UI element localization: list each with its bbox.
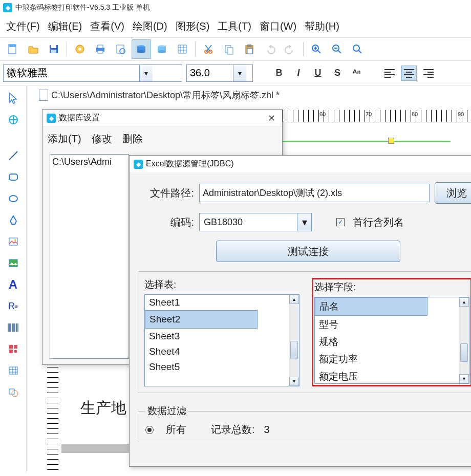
- zoom-out-button[interactable]: [327, 39, 347, 59]
- list-item[interactable]: Sheet3: [145, 329, 299, 344]
- dialog-icon: ◆: [47, 114, 56, 123]
- settings-button[interactable]: [70, 39, 90, 59]
- copy-button[interactable]: [219, 39, 239, 59]
- save-button[interactable]: [44, 39, 63, 59]
- text-effect-button[interactable]: ᴬⁿ: [349, 66, 365, 81]
- dialog-titlebar[interactable]: ◆ 数据库设置 ✕: [42, 110, 282, 127]
- scroll-thumb[interactable]: [460, 343, 468, 362]
- align-center-button[interactable]: [401, 66, 417, 81]
- db-dialog-menu: 添加(T) 修改 删除: [42, 127, 282, 151]
- field-listbox[interactable]: 品名 型号 规格 额定功率 额定电压 ▲ ▼: [314, 297, 469, 384]
- close-button[interactable]: ✕: [265, 113, 278, 124]
- menu-shape[interactable]: 图形(S): [176, 19, 210, 33]
- database-button[interactable]: [132, 39, 151, 59]
- guide-line[interactable]: [272, 141, 451, 142]
- richtext-tool[interactable]: R≡: [3, 296, 24, 316]
- list-item[interactable]: 额定电压: [315, 368, 469, 385]
- dialog-icon: ◆: [134, 160, 143, 169]
- grid-button[interactable]: [173, 39, 192, 59]
- list-item[interactable]: Sheet5: [145, 359, 299, 375]
- scroll-up-icon[interactable]: ▲: [459, 297, 469, 307]
- fontsize-combo[interactable]: ▾: [186, 64, 253, 82]
- table-listbox[interactable]: Sheet1 Sheet2 Sheet3 Sheet4 Sheet5 ▲ ▼: [144, 294, 299, 386]
- bold-button[interactable]: B: [271, 66, 287, 81]
- dropdown-arrow-icon[interactable]: ▾: [139, 65, 153, 81]
- roundrect-tool[interactable]: [3, 167, 24, 187]
- image-fill-tool[interactable]: [3, 253, 24, 273]
- scrollbar[interactable]: ▲ ▼: [289, 295, 299, 386]
- menu-tool[interactable]: 工具(T): [218, 19, 251, 33]
- svg-rect-1: [9, 45, 16, 47]
- table-tool[interactable]: [3, 361, 24, 380]
- encoding-select[interactable]: GB18030 ▾: [199, 213, 312, 231]
- barcode-tool[interactable]: [3, 318, 24, 337]
- menu-draw[interactable]: 绘图(D): [133, 19, 167, 33]
- list-item[interactable]: C:\Users\Admi: [52, 157, 126, 167]
- guide-handle[interactable]: [388, 138, 394, 144]
- pan-tool[interactable]: [3, 110, 24, 129]
- open-button[interactable]: [24, 39, 43, 59]
- zoom-in-button[interactable]: [307, 39, 326, 59]
- ellipse-tool[interactable]: [3, 189, 24, 208]
- list-item[interactable]: Sheet1: [145, 295, 299, 310]
- db-connection-list[interactable]: C:\Users\Admi: [50, 154, 129, 359]
- print-button[interactable]: [91, 39, 110, 59]
- undo-button[interactable]: [260, 39, 280, 59]
- menu-file[interactable]: 文件(F): [6, 19, 40, 33]
- filter-all-radio[interactable]: [145, 426, 154, 434]
- list-item[interactable]: Sheet2: [145, 310, 258, 329]
- redo-button[interactable]: [281, 39, 300, 59]
- font-input[interactable]: [4, 65, 139, 81]
- paste-button[interactable]: [240, 39, 259, 59]
- dropdown-arrow-icon[interactable]: ▾: [297, 213, 311, 231]
- file-path-value: Administrator\Desktop\测试 (2).xls: [203, 187, 342, 199]
- db-modify-menu[interactable]: 修改: [92, 132, 112, 146]
- first-row-checkbox[interactable]: ✓: [336, 218, 345, 226]
- scroll-up-icon[interactable]: ▲: [289, 295, 299, 304]
- line-tool[interactable]: [3, 146, 24, 165]
- menu-help[interactable]: 帮助(H): [305, 19, 339, 33]
- svg-point-17: [158, 50, 166, 53]
- excel-datasource-dialog: ◆ Excel数据源管理(JDBC) ✕ 文件路径: Administrator…: [129, 155, 471, 467]
- menu-window[interactable]: 窗口(W): [260, 19, 296, 33]
- scroll-thumb[interactable]: [290, 341, 298, 359]
- text-tool[interactable]: A: [3, 275, 24, 294]
- cut-button[interactable]: [199, 39, 218, 59]
- underline-button[interactable]: U: [310, 66, 326, 81]
- svg-rect-23: [247, 45, 251, 47]
- list-item[interactable]: Sheet4: [145, 344, 299, 359]
- image-tool[interactable]: [3, 232, 24, 251]
- align-left-button[interactable]: [382, 66, 397, 81]
- database-alt-button[interactable]: [152, 39, 172, 59]
- test-connection-button[interactable]: 测试连接: [216, 241, 400, 262]
- align-right-button[interactable]: [421, 66, 436, 81]
- list-item[interactable]: 规格: [315, 333, 469, 351]
- file-path-input[interactable]: Administrator\Desktop\测试 (2).xls: [199, 184, 430, 202]
- scrollbar[interactable]: ▲ ▼: [459, 297, 469, 383]
- strike-button[interactable]: S: [330, 66, 345, 81]
- menu-view[interactable]: 查看(V): [90, 19, 124, 33]
- scroll-down-icon[interactable]: ▼: [289, 377, 299, 386]
- italic-button[interactable]: I: [291, 66, 306, 81]
- db-add-menu[interactable]: 添加(T): [48, 132, 81, 146]
- shape-misc-tool[interactable]: [3, 382, 24, 402]
- dropdown-arrow-icon[interactable]: ▾: [233, 65, 246, 81]
- list-item[interactable]: 额定功率: [315, 351, 469, 368]
- menu-edit[interactable]: 编辑(E): [48, 19, 82, 33]
- list-item[interactable]: 品名: [315, 297, 427, 316]
- db-delete-menu[interactable]: 删除: [122, 132, 143, 146]
- font-combo[interactable]: ▾: [3, 64, 182, 82]
- scroll-down-icon[interactable]: ▼: [459, 374, 469, 383]
- zoom-fit-button[interactable]: [348, 39, 367, 59]
- new-doc-button[interactable]: [3, 39, 23, 59]
- dialog-titlebar[interactable]: ◆ Excel数据源管理(JDBC) ✕: [130, 156, 471, 173]
- browse-button[interactable]: 浏览: [435, 182, 471, 204]
- polygon-tool[interactable]: [3, 210, 24, 230]
- qrcode-tool[interactable]: [3, 339, 24, 359]
- file-path-label: 文件路径:: [138, 186, 194, 200]
- pointer-tool[interactable]: [3, 89, 24, 108]
- fontsize-input[interactable]: [187, 65, 233, 81]
- horizontal-ruler: 50 60 70 80 90: [272, 110, 471, 122]
- list-item[interactable]: 型号: [315, 316, 469, 333]
- preview-button[interactable]: [111, 39, 131, 59]
